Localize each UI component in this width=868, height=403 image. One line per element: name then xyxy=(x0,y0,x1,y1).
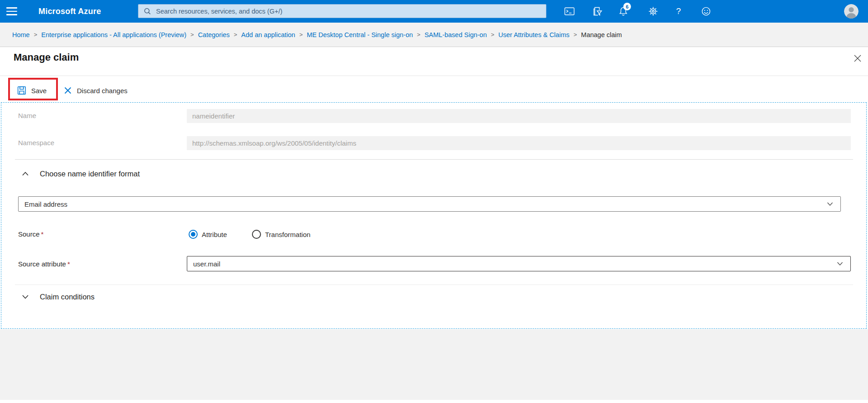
breadcrumb-saml-signon[interactable]: SAML-based Sign-on xyxy=(424,31,487,38)
discard-changes-button[interactable]: Discard changes xyxy=(63,85,128,96)
breadcrumb-user-attributes-claims[interactable]: User Attributes & Claims xyxy=(498,31,569,38)
section-title: Choose name identifier format xyxy=(40,170,140,178)
search-input[interactable] xyxy=(155,7,546,15)
chevron-down-icon xyxy=(826,200,834,208)
breadcrumb-enterprise-applications[interactable]: Enterprise applications - All applicatio… xyxy=(41,31,186,38)
radio-transformation[interactable] xyxy=(252,230,261,239)
breadcrumb-categories[interactable]: Categories xyxy=(198,31,230,38)
feedback-smiley-icon[interactable] xyxy=(701,6,711,17)
page-background xyxy=(0,329,868,400)
chevron-down-icon xyxy=(836,260,844,268)
save-button-label: Save xyxy=(31,87,47,95)
section-divider xyxy=(15,284,853,285)
save-floppy-icon xyxy=(17,85,27,95)
source-attribute-label: Source attribute* xyxy=(18,260,70,268)
global-search[interactable] xyxy=(138,4,546,18)
section-title: Claim conditions xyxy=(40,293,95,301)
account-avatar[interactable] xyxy=(844,4,859,19)
breadcrumb-home[interactable]: Home xyxy=(12,31,30,38)
brand-title: Microsoft Azure xyxy=(38,0,101,23)
close-icon[interactable] xyxy=(852,53,863,64)
page-title: Manage claim xyxy=(14,52,79,63)
claim-conditions-section-header[interactable]: Claim conditions xyxy=(20,292,95,301)
namespace-input: http://schemas.xmlsoap.org/ws/2005/05/id… xyxy=(187,136,851,150)
section-divider xyxy=(15,159,853,160)
name-identifier-format-select[interactable]: Email address xyxy=(18,196,841,212)
source-attribute-select[interactable]: user.mail xyxy=(187,256,851,271)
settings-gear-icon[interactable] xyxy=(648,6,659,17)
chevron-up-icon xyxy=(20,169,30,178)
breadcrumb-add-application[interactable]: Add an application xyxy=(241,31,295,38)
breadcrumb: Home > Enterprise applications - All app… xyxy=(0,23,868,47)
selected-source-attribute-value: user.mail xyxy=(187,260,836,268)
cloud-shell-icon[interactable] xyxy=(564,6,575,17)
required-asterisk: * xyxy=(67,260,70,268)
name-identifier-format-section-header[interactable]: Choose name identifier format xyxy=(20,169,140,178)
selected-format-value: Email address xyxy=(19,200,826,208)
hamburger-menu-icon[interactable] xyxy=(6,6,18,17)
help-icon[interactable]: ? xyxy=(673,6,684,17)
window-bottom-strip xyxy=(0,400,868,403)
breadcrumb-app-sso[interactable]: ME Desktop Central - Single sign-on xyxy=(307,31,413,38)
title-divider xyxy=(0,76,868,76)
namespace-label: Namespace xyxy=(18,139,54,147)
name-label: Name xyxy=(18,112,36,119)
source-label: Source* xyxy=(18,230,43,238)
radio-transformation-label[interactable]: Transformation xyxy=(265,230,310,239)
discard-x-icon xyxy=(63,86,72,95)
discard-changes-label: Discard changes xyxy=(77,87,128,95)
notification-badge: 6 xyxy=(623,3,631,10)
manage-claim-blade: Manage claim Save Discard changes Name n… xyxy=(0,47,868,329)
svg-text:?: ? xyxy=(676,6,681,16)
name-input: nameidentifier xyxy=(187,109,851,123)
save-button[interactable]: Save xyxy=(17,85,47,96)
radio-attribute[interactable] xyxy=(189,230,198,239)
chevron-down-icon xyxy=(20,292,30,301)
azure-top-bar: Microsoft Azure 6 xyxy=(0,0,868,23)
search-icon xyxy=(144,8,151,15)
directory-filter-icon[interactable] xyxy=(592,6,603,17)
breadcrumb-current: Manage claim xyxy=(581,31,622,38)
notifications-bell-icon[interactable]: 6 xyxy=(618,6,629,17)
required-asterisk: * xyxy=(41,230,44,238)
radio-attribute-label[interactable]: Attribute xyxy=(202,230,227,239)
